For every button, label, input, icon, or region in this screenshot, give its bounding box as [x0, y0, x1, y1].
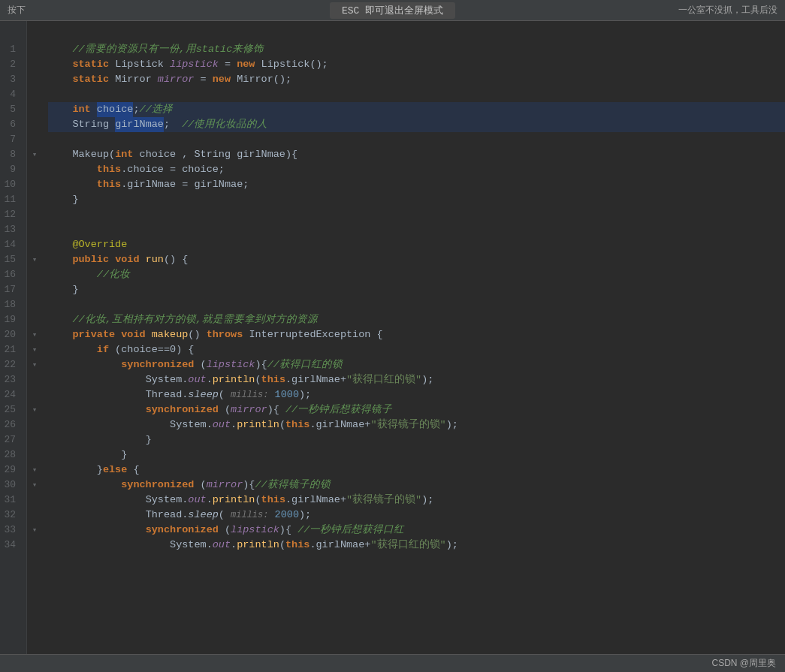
- code-line: static Lipstick lipstick = new Lipstick(…: [48, 57, 785, 72]
- code-line: //化妆,互相持有对方的锁,就是需要拿到对方的资源: [48, 312, 785, 327]
- code-area[interactable]: //需要的资源只有一份,用static来修饰 static Lipstick l…: [42, 21, 785, 654]
- code-line: [48, 222, 785, 237]
- code-line: this.choice = choice;: [48, 162, 785, 177]
- code-line: Thread.sleep( millis: 2000);: [48, 508, 785, 523]
- code-line: System.out.println(this.girlNmae+"获得镜子的锁…: [48, 493, 785, 508]
- code-line: System.out.println(this.girlNmae+"获得口红的锁…: [48, 538, 785, 553]
- code-line: }else {: [48, 463, 785, 478]
- code-line: this.girlNmae = girlNmae;: [48, 177, 785, 192]
- code-line: }: [48, 192, 785, 207]
- code-line: synchronized (mirror){ //一秒钟后想获得镜子: [48, 402, 785, 417]
- code-line: static Mirror mirror = new Mirror();: [48, 72, 785, 87]
- top-bar: 按下 ESC 即可退出全屏模式 一公室不没抓，工具后没: [0, 0, 785, 21]
- code-line: if (choice==0) {: [48, 342, 785, 357]
- code-line: [48, 87, 785, 102]
- bottom-bar: CSDN @周里奥: [0, 654, 785, 672]
- code-line: [48, 27, 785, 42]
- gutter: ▾▾▾▾▾▾▾▾▾: [27, 21, 42, 654]
- code-line: System.out.println(this.girlNmae+"获得口红的锁…: [48, 372, 785, 387]
- code-line: }: [48, 432, 785, 447]
- top-bar-left-text: 按下: [8, 4, 26, 17]
- code-line: //化妆: [48, 267, 785, 282]
- code-line: int choice;//选择: [48, 102, 785, 117]
- code-line: @Override: [48, 237, 785, 252]
- top-bar-right-text: 一公室不没抓，工具后没: [678, 4, 777, 17]
- top-bar-center-text: ESC 即可退出全屏模式: [330, 2, 455, 19]
- code-line: private void makeup() throws Interrupted…: [48, 327, 785, 342]
- code-line: [48, 297, 785, 312]
- code-line: synchronized (lipstick){//获得口红的锁: [48, 357, 785, 372]
- code-line: synchronized (lipstick){ //一秒钟后想获得口红: [48, 523, 785, 538]
- code-line: Thread.sleep( millis: 1000);: [48, 387, 785, 402]
- code-line: [48, 132, 785, 147]
- code-line: synchronized (mirror){//获得镜子的锁: [48, 478, 785, 493]
- code-line: public void run() {: [48, 252, 785, 267]
- code-line: String girlNmae; //使用化妆品的人: [48, 117, 785, 132]
- code-line: System.out.println(this.girlNmae+"获得镜子的锁…: [48, 417, 785, 432]
- code-line: //需要的资源只有一份,用static来修饰: [48, 42, 785, 57]
- code-line: }: [48, 282, 785, 297]
- code-line: }: [48, 447, 785, 463]
- line-numbers: 1234567891011121314151617181920212223242…: [0, 21, 27, 654]
- code-line: Makeup(int choice , String girlNmae){: [48, 147, 785, 162]
- code-line: [48, 207, 785, 222]
- bottom-attribution: CSDN @周里奥: [711, 657, 776, 670]
